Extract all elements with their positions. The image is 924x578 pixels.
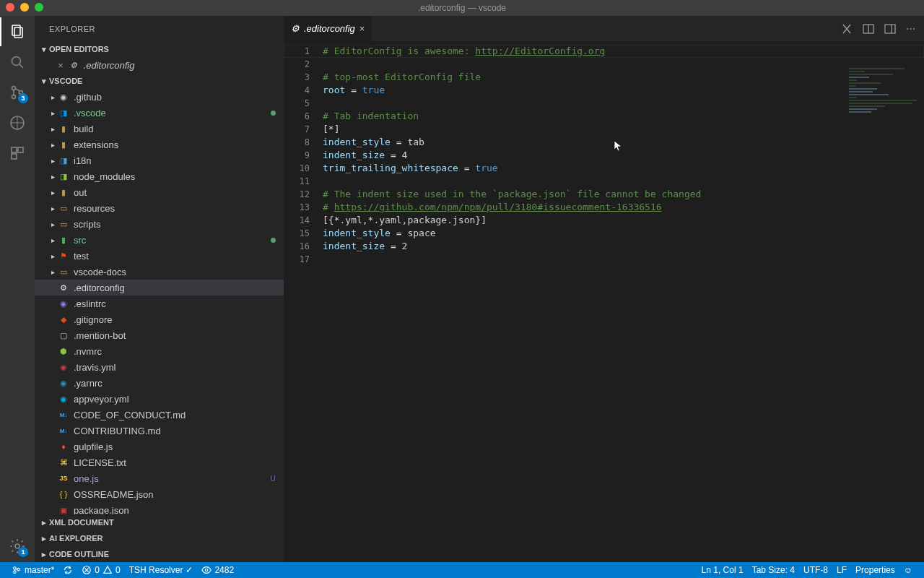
- file-label: OSSREADME.json: [74, 489, 278, 500]
- compare-icon[interactable]: [841, 23, 853, 35]
- tree-item-code-of-conduct-md[interactable]: M↓CODE_OF_CONDUCT.md: [35, 407, 284, 423]
- split-icon[interactable]: [863, 23, 874, 35]
- tree-item-i18n[interactable]: ▸◨i18n: [35, 152, 284, 168]
- cursor-position[interactable]: Ln 1, Col 1: [697, 565, 748, 575]
- file-icon: ▢: [58, 329, 69, 341]
- open-editor-item[interactable]: ×⚙.editorconfig: [35, 57, 284, 73]
- svg-rect-8: [12, 147, 17, 152]
- tree-item-package-json[interactable]: ▣package.json: [35, 502, 284, 514]
- tab-bar: ⚙ .editorconfig × ⋯: [284, 16, 924, 41]
- outline-section[interactable]: ▸CODE OUTLINE: [35, 546, 284, 562]
- close-window[interactable]: [6, 3, 14, 12]
- chevron-icon: ▸: [48, 157, 58, 165]
- resolver-status[interactable]: TSH Resolver ✓: [125, 562, 198, 578]
- code-content[interactable]: # EditorConfig is awesome: http://Editor…: [323, 41, 924, 562]
- svg-rect-10: [12, 154, 17, 159]
- untracked-indicator: U: [268, 475, 278, 483]
- tab-size[interactable]: Tab Size: 4: [748, 565, 799, 575]
- tree-item--editorconfig[interactable]: ⚙.editorconfig: [35, 280, 284, 296]
- tree-item-contributing-md[interactable]: M↓CONTRIBUTING.md: [35, 423, 284, 439]
- file-icon: ▭: [58, 202, 69, 214]
- search-icon[interactable]: [9, 53, 26, 71]
- editor-body[interactable]: 1234567891011121314151617 # EditorConfig…: [284, 41, 924, 562]
- tree-item-ossreadme-json[interactable]: { }OSSREADME.json: [35, 486, 284, 502]
- file-label: scripts: [74, 219, 278, 230]
- tree-item--nvmrc[interactable]: ⬢.nvmrc: [35, 343, 284, 359]
- minimap[interactable]: [845, 66, 924, 153]
- file-label: CODE_OF_CONDUCT.md: [74, 410, 278, 420]
- settings-icon[interactable]: 1: [9, 538, 26, 555]
- views-status[interactable]: 2482: [197, 562, 238, 578]
- errors-status[interactable]: 0 0: [77, 562, 124, 578]
- file-icon: ▮: [58, 234, 69, 246]
- close-tab-icon[interactable]: ×: [359, 23, 365, 34]
- file-label: .gitignore: [74, 314, 278, 325]
- file-icon: ⚑: [58, 250, 69, 262]
- tab-label: .editorconfig: [304, 23, 355, 34]
- tree-item--vscode[interactable]: ▸◨.vscode: [35, 105, 284, 121]
- modified-indicator: [268, 236, 278, 244]
- sidebar: EXPLORER ▾OPEN EDITORS ×⚙.editorconfig ▾…: [35, 16, 284, 562]
- tree-item--gitignore[interactable]: ◆.gitignore: [35, 311, 284, 327]
- file-label: .editorconfig: [84, 60, 278, 71]
- sync-status[interactable]: [58, 562, 77, 578]
- close-icon[interactable]: ×: [58, 60, 64, 71]
- activity-bar: 3 1: [0, 16, 35, 562]
- editor-group: ⚙ .editorconfig × ⋯ 12345678910111213141…: [284, 16, 924, 562]
- chevron-icon: ▸: [48, 141, 58, 149]
- more-icon[interactable]: ⋯: [906, 23, 915, 34]
- tree-item--eslintrc[interactable]: ◉.eslintrc: [35, 296, 284, 311]
- tree-item-out[interactable]: ▸▮out: [35, 184, 284, 200]
- branch-status[interactable]: master*: [7, 562, 58, 578]
- open-editors-section[interactable]: ▾OPEN EDITORS: [35, 41, 284, 57]
- tree-item--github[interactable]: ▸◉.github: [35, 89, 284, 105]
- file-icon: ▮: [58, 139, 69, 150]
- svg-point-19: [206, 569, 209, 571]
- extensions-icon[interactable]: [9, 144, 26, 162]
- tab-editorconfig[interactable]: ⚙ .editorconfig ×: [284, 16, 372, 41]
- tree-item-license-txt[interactable]: ⌘LICENSE.txt: [35, 454, 284, 470]
- xml-section[interactable]: ▸XML DOCUMENT: [35, 514, 284, 530]
- tree-item-scripts[interactable]: ▸▭scripts: [35, 216, 284, 232]
- tree-item-gulpfile-js[interactable]: ♦gulpfile.js: [35, 439, 284, 454]
- maximize-window[interactable]: [35, 3, 43, 12]
- file-label: .vscode: [74, 108, 268, 118]
- svg-rect-9: [18, 147, 23, 152]
- window-controls: [6, 3, 43, 12]
- tree-item-appveyor-yml[interactable]: ◉appveyor.yml: [35, 391, 284, 407]
- ai-section[interactable]: ▸AI EXPLORER: [35, 530, 284, 546]
- gear-icon: ⚙: [68, 59, 79, 71]
- file-icon: { }: [58, 488, 69, 500]
- workspace-section[interactable]: ▾VSCODE: [35, 73, 284, 89]
- tree-item--mention-bot[interactable]: ▢.mention-bot: [35, 327, 284, 343]
- tree-item--travis-yml[interactable]: ◉.travis.yml: [35, 359, 284, 375]
- modified-indicator: [268, 109, 278, 117]
- tree-item--yarnrc[interactable]: ◉.yarnrc: [35, 375, 284, 391]
- svg-point-5: [12, 95, 16, 99]
- tree-item-resources[interactable]: ▸▭resources: [35, 200, 284, 216]
- tree-item-extensions[interactable]: ▸▮extensions: [35, 137, 284, 152]
- debug-icon[interactable]: [9, 114, 26, 131]
- language-mode[interactable]: Properties: [851, 565, 899, 575]
- file-label: .travis.yml: [74, 362, 278, 373]
- file-label: .eslintrc: [74, 298, 278, 309]
- feedback-icon[interactable]: ☺: [899, 565, 917, 575]
- scm-icon[interactable]: 3: [9, 84, 26, 101]
- tree-item-node-modules[interactable]: ▸◨node_modules: [35, 168, 284, 184]
- chevron-icon: ▸: [48, 125, 58, 133]
- tree-item-src[interactable]: ▸▮src: [35, 232, 284, 248]
- layout-icon[interactable]: [884, 23, 896, 35]
- gear-icon: ⚙: [291, 23, 300, 34]
- eol[interactable]: LF: [832, 565, 851, 575]
- tree-item-one-js[interactable]: JSone.jsU: [35, 470, 284, 486]
- file-icon: ◉: [58, 393, 69, 405]
- tree-item-build[interactable]: ▸▮build: [35, 121, 284, 137]
- minimize-window[interactable]: [20, 3, 29, 12]
- explorer-icon[interactable]: [9, 23, 26, 40]
- svg-rect-0: [12, 25, 20, 35]
- file-tree[interactable]: ▸◉.github▸◨.vscode▸▮build▸▮extensions▸◨i…: [35, 89, 284, 514]
- file-label: .mention-bot: [74, 330, 278, 341]
- encoding[interactable]: UTF-8: [799, 565, 832, 575]
- tree-item-test[interactable]: ▸⚑test: [35, 248, 284, 264]
- tree-item-vscode-docs[interactable]: ▸▭vscode-docs: [35, 264, 284, 280]
